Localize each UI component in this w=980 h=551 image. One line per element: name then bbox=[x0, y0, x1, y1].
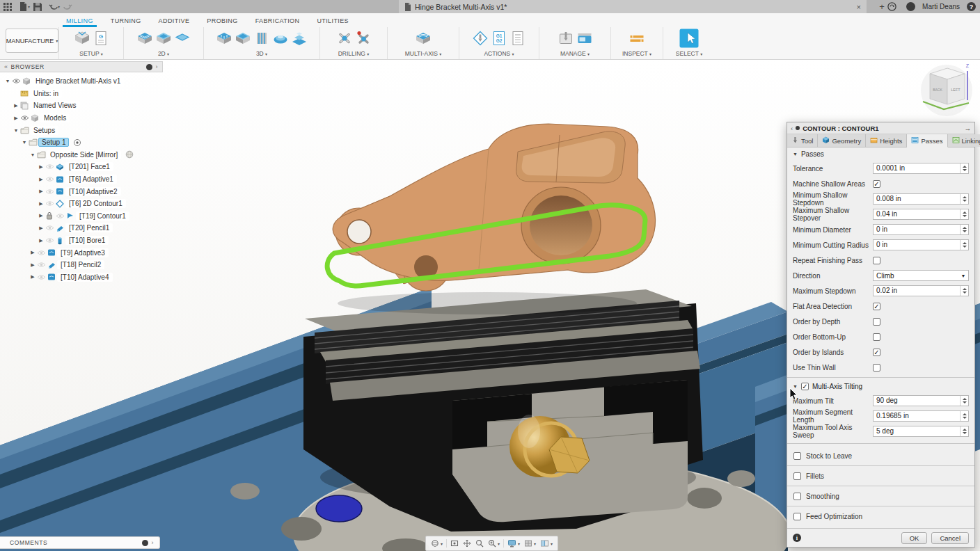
post-process-icon[interactable]: G1G2 bbox=[491, 30, 507, 47]
tree-item-label[interactable]: [T201] Face1 bbox=[65, 162, 113, 171]
tree-item[interactable]: ▶[T20] Pencil1 bbox=[0, 222, 163, 234]
tree-item[interactable]: ▼Hinge Bracket Multi-Axis v1 bbox=[0, 75, 163, 88]
close-tab-icon[interactable]: × bbox=[857, 3, 861, 11]
spin-up-icon[interactable] bbox=[963, 242, 967, 244]
ribbon-group-label[interactable]: MULTI-AXIS ▾ bbox=[405, 50, 441, 57]
spin-down-icon[interactable] bbox=[963, 432, 967, 434]
ribbon-group-label[interactable]: SETUP ▾ bbox=[79, 50, 103, 57]
tree-item-label[interactable]: Opposite Side [Mirror] bbox=[47, 150, 121, 159]
spin-down-icon[interactable] bbox=[963, 200, 967, 202]
eye-dim-icon[interactable] bbox=[45, 163, 54, 171]
dialog-tab-heights[interactable]: Heights bbox=[866, 134, 907, 147]
spin-down-icon[interactable] bbox=[963, 230, 967, 232]
pan-icon[interactable] bbox=[461, 539, 473, 548]
dialog-tab-linking[interactable]: Linking bbox=[948, 134, 980, 147]
section-feed-optimization[interactable]: Feed Optimization bbox=[787, 506, 974, 526]
collapse-panel-icon[interactable]: « bbox=[4, 63, 8, 70]
spinner-buttons[interactable] bbox=[960, 286, 968, 296]
tree-item-label[interactable]: Models bbox=[40, 113, 70, 122]
model-part[interactable] bbox=[327, 124, 655, 291]
field-input[interactable]: 0 in bbox=[873, 239, 969, 250]
ribbon-tab-milling[interactable]: MILLING bbox=[65, 16, 94, 27]
eye-dim-icon[interactable] bbox=[36, 248, 46, 257]
spinner-buttons[interactable] bbox=[960, 411, 968, 421]
2d-adaptive-icon[interactable] bbox=[136, 30, 153, 47]
tree-item[interactable]: ▼Setups bbox=[0, 124, 163, 136]
cancel-button[interactable]: Cancel bbox=[931, 532, 969, 544]
dialog-tab-geometry[interactable]: Geometry bbox=[818, 134, 866, 147]
tree-item[interactable]: ▶Named Views bbox=[0, 99, 163, 112]
tree-expand-icon[interactable]: ▶ bbox=[38, 238, 45, 243]
spinner-buttons[interactable] bbox=[960, 194, 968, 204]
spin-down-icon[interactable] bbox=[963, 417, 967, 419]
tree-item-label[interactable]: Named Views bbox=[30, 101, 80, 110]
browser-header[interactable]: « BROWSER › bbox=[0, 61, 163, 72]
tree-expand-icon[interactable]: ▶ bbox=[29, 250, 36, 255]
browser-chevron-icon[interactable]: › bbox=[155, 63, 158, 70]
view-cube[interactable]: BACK LEFT Z bbox=[921, 63, 972, 116]
tree-item[interactable]: Units: in bbox=[0, 88, 163, 100]
comments-chevron-icon[interactable]: › bbox=[151, 539, 154, 546]
ribbon-group-label[interactable]: DRILLING ▾ bbox=[338, 50, 370, 57]
viewports-icon[interactable]: ▾ bbox=[538, 539, 555, 548]
ribbon-tab-fabrication[interactable]: FABRICATION bbox=[255, 16, 301, 27]
tree-item[interactable]: ▶[T10] Adaptive4 bbox=[0, 271, 163, 284]
tree-expand-icon[interactable]: ▶ bbox=[38, 189, 45, 194]
spin-down-icon[interactable] bbox=[963, 215, 967, 217]
section-checkbox[interactable] bbox=[793, 493, 801, 500]
redo-icon[interactable] bbox=[60, 0, 75, 13]
tree-item-label[interactable]: [T10] Bore1 bbox=[65, 236, 109, 245]
tree-expand-icon[interactable]: ▼ bbox=[29, 152, 36, 157]
spin-up-icon[interactable] bbox=[963, 413, 967, 415]
tree-item-label[interactable]: [T10] Adaptive2 bbox=[65, 187, 121, 196]
tilting-section-header[interactable]: ▼ ✓ Multi-Axis Tilting bbox=[787, 380, 974, 393]
eye-dim-icon[interactable] bbox=[36, 261, 46, 269]
field-checkbox[interactable] bbox=[873, 257, 880, 264]
spinner-buttons[interactable] bbox=[960, 209, 968, 219]
save-icon[interactable] bbox=[30, 0, 45, 13]
multi-axis-flow-icon[interactable] bbox=[415, 30, 432, 47]
field-input[interactable]: 0.04 in bbox=[873, 209, 969, 220]
field-checkbox[interactable] bbox=[873, 364, 880, 372]
tree-expand-icon[interactable]: ▶ bbox=[29, 274, 36, 280]
viewcube-left-label[interactable]: LEFT bbox=[951, 88, 961, 92]
dropdown-caret-icon[interactable]: ▾ bbox=[441, 541, 443, 546]
ok-button[interactable]: OK bbox=[901, 532, 928, 544]
spinner-buttons[interactable] bbox=[960, 225, 968, 234]
setup-icon[interactable] bbox=[74, 30, 90, 47]
nc-program-icon[interactable]: G bbox=[93, 30, 109, 47]
tree-item[interactable]: ▶[T10] Bore1 bbox=[0, 234, 163, 247]
spinner-buttons[interactable] bbox=[960, 163, 968, 173]
tree-item[interactable]: ▶[T10] Adaptive2 bbox=[0, 185, 163, 198]
3d-spiral-icon[interactable] bbox=[291, 30, 308, 47]
ribbon-group-label[interactable]: MANAGE ▾ bbox=[560, 50, 590, 57]
fit-icon[interactable]: ▾ bbox=[486, 539, 502, 548]
eye-dim-icon[interactable] bbox=[45, 200, 54, 208]
spin-up-icon[interactable] bbox=[963, 211, 967, 214]
tree-item-label[interactable]: Setups bbox=[30, 126, 58, 135]
field-checkbox[interactable] bbox=[873, 318, 880, 326]
simulate-icon[interactable] bbox=[472, 30, 489, 47]
field-input[interactable]: 0.008 in bbox=[873, 193, 969, 205]
3d-adaptive-icon[interactable] bbox=[216, 30, 232, 47]
ribbon-group-label[interactable]: INSPECT ▾ bbox=[622, 50, 651, 57]
tree-item-label[interactable]: [T19] Contour1 bbox=[76, 211, 129, 221]
passes-expand-icon[interactable]: ▼ bbox=[793, 152, 798, 157]
spin-up-icon[interactable] bbox=[963, 288, 967, 290]
passes-section-header[interactable]: ▼ Passes bbox=[787, 147, 974, 161]
tree-expand-icon[interactable]: ▶ bbox=[38, 177, 45, 182]
spin-up-icon[interactable] bbox=[963, 166, 967, 168]
3d-scallop-icon[interactable] bbox=[272, 30, 289, 47]
tree-expand-icon[interactable]: ▼ bbox=[13, 128, 19, 133]
tree-item[interactable]: ▶[T9] Adaptive3 bbox=[0, 246, 163, 259]
tool-library-icon[interactable] bbox=[558, 30, 574, 47]
spin-up-icon[interactable] bbox=[963, 196, 967, 198]
dropdown-caret-icon[interactable]: ▾ bbox=[551, 541, 553, 546]
dialog-collapse-icon[interactable]: ‹ bbox=[791, 125, 793, 132]
tree-item-label[interactable]: [T6] 2D Contour1 bbox=[65, 199, 126, 208]
app-grid-icon[interactable] bbox=[0, 0, 15, 13]
ribbon-group-label[interactable]: ACTIONS ▾ bbox=[484, 50, 514, 57]
comments-options-icon[interactable] bbox=[142, 540, 148, 546]
tree-item[interactable]: ▶Models bbox=[0, 112, 163, 125]
tree-item-label[interactable]: Setup 1 bbox=[38, 138, 69, 147]
